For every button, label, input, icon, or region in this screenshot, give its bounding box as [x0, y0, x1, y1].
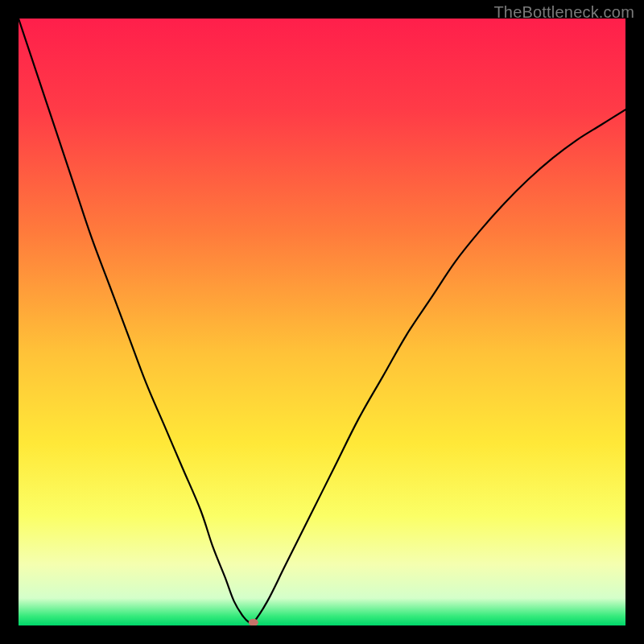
bottleneck-chart — [19, 19, 625, 625]
watermark-text: TheBottleneck.com — [493, 3, 634, 22]
chart-container — [19, 19, 625, 625]
chart-background — [19, 19, 625, 625]
